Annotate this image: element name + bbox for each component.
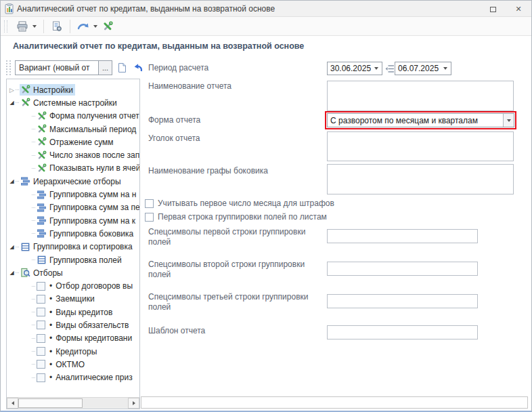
tree-connector [32, 377, 35, 378]
special-chars-1-input[interactable] [327, 229, 478, 243]
settings-tree: ▷Настройки◢Системные настройкиФорма полу… [7, 83, 139, 396]
tree-item[interactable]: •Виды кредитов [7, 306, 139, 318]
scroll-left-button[interactable] [7, 398, 18, 409]
period-to-dropdown[interactable]: 06.07.2025 [395, 62, 451, 75]
tree-item-label: Группировка сумм за пе [49, 203, 139, 212]
tree-item[interactable]: Группировка боковика [7, 227, 139, 240]
period-list-icon[interactable] [385, 64, 395, 73]
bullet-icon: • [49, 281, 52, 291]
checkbox-icon[interactable] [37, 334, 45, 343]
tree-item[interactable]: Группировка полей [7, 253, 139, 266]
expander-collapsed-icon[interactable]: ▷ [8, 87, 16, 94]
drag-grip-icon[interactable] [6, 60, 11, 75]
settings-icon [37, 163, 47, 173]
first-day-checkbox[interactable] [145, 199, 154, 208]
settings-icon [37, 111, 47, 121]
maximize-button[interactable] [485, 3, 500, 15]
report-corner-textarea[interactable] [327, 131, 514, 161]
tree-connector [32, 220, 35, 221]
tree-connector [32, 312, 35, 312]
checkbox-icon[interactable] [37, 321, 45, 329]
report-form-dropdown[interactable]: С разворотом по месяцам и кварталам [327, 113, 514, 127]
tree-horizontal-scrollbar[interactable] [7, 397, 139, 409]
tree-item[interactable]: •Формы кредитовани [7, 332, 139, 345]
variant-browse-button[interactable]: ... [99, 60, 112, 75]
tree-item[interactable]: Группировка сумм на н [7, 188, 139, 201]
scrollbar-thumb[interactable] [18, 398, 83, 408]
checkbox-icon[interactable] [37, 282, 45, 291]
print-dropdown-button[interactable] [30, 18, 39, 35]
report-settings-button[interactable] [49, 18, 65, 35]
tree-item[interactable]: ◢Группировка и сортировка [7, 241, 139, 253]
expander-expanded-icon[interactable]: ◢ [8, 100, 16, 106]
checkbox-icon[interactable] [37, 360, 45, 369]
tree-item[interactable]: ◢Иерархические отборы [7, 175, 139, 188]
tree-connector [32, 142, 35, 142]
checkbox-icon[interactable] [37, 373, 45, 382]
checkbox-icon[interactable] [37, 308, 45, 316]
special-chars-2-input[interactable] [327, 262, 478, 276]
tree-item[interactable]: Отражение сумм [7, 136, 139, 148]
tree-connector [16, 181, 19, 182]
tree-item[interactable]: Показывать нули в ячей [7, 162, 139, 175]
tree-item[interactable]: Число знаков после зап [7, 148, 139, 161]
page-title: Аналитический отчет по кредитам, выданны… [13, 41, 304, 51]
tree-item-label: Форма получения отчет [49, 111, 139, 121]
field-label-special-2: Спецсимволы второй строки группировки по… [148, 260, 317, 280]
chevron-down-icon [507, 119, 511, 122]
period-from-dropdown[interactable]: 30.06.2025 [327, 62, 382, 75]
tree-connector [32, 364, 35, 365]
tree-item[interactable]: •Кредиторы [7, 345, 139, 358]
service-button[interactable] [75, 18, 91, 35]
tree-item[interactable]: Форма получения отчет [7, 110, 139, 123]
new-variant-button[interactable] [115, 61, 129, 75]
tree-item[interactable]: ◢Отборы [7, 266, 139, 279]
field-label-report-corner: Уголок отчета [148, 133, 200, 144]
scroll-right-button[interactable] [128, 398, 139, 409]
undo-variant-button[interactable] [131, 61, 145, 75]
tree-item[interactable]: ◢Системные настройки [7, 96, 139, 109]
tree-item-label: ОКТМО [56, 360, 85, 369]
tree-item-label: Максимальный период [49, 125, 136, 134]
expander-expanded-icon[interactable]: ◢ [8, 270, 16, 276]
tree-item[interactable]: •Заемщики [7, 293, 139, 306]
tree-item[interactable]: Группировка сумм на к [7, 214, 139, 227]
first-row-checkbox[interactable] [145, 213, 154, 222]
tree-connector [32, 233, 35, 234]
tree-item[interactable]: •Аналитические приз [7, 371, 139, 384]
tree-item-label: Виды кредитов [56, 308, 112, 317]
printer-icon [16, 21, 28, 32]
tree-item[interactable]: •Отбор договоров вы [7, 279, 139, 292]
tree-item[interactable]: •ОКТМО [7, 358, 139, 371]
checkbox-icon[interactable] [37, 295, 45, 304]
close-button[interactable]: ✕ [511, 3, 526, 15]
tree-connector [16, 89, 19, 90]
report-icon [4, 3, 15, 14]
tools-button[interactable] [99, 18, 116, 35]
filter-icon [20, 268, 30, 278]
tree-connector [32, 325, 35, 325]
expander-expanded-icon[interactable]: ◢ [8, 178, 16, 184]
bottom-field-input[interactable] [141, 396, 528, 409]
chevron-down-icon [93, 25, 97, 28]
print-button[interactable] [14, 18, 30, 35]
tree-item-label: Заемщики [56, 294, 94, 304]
expander-expanded-icon[interactable]: ◢ [8, 244, 16, 250]
report-name-textarea[interactable] [327, 81, 514, 111]
tree-item-label: Группировка боковика [49, 229, 133, 239]
sidebar-column-textarea[interactable] [327, 164, 514, 194]
tree-item[interactable]: ▷Настройки [7, 83, 139, 96]
tree-item[interactable]: Максимальный период [7, 123, 139, 136]
toolbar-grip[interactable] [4, 20, 7, 33]
tree-item-label: Иерархические отборы [33, 177, 121, 186]
variant-input[interactable]: Вариант (новый от [15, 60, 99, 75]
special-chars-3-input[interactable] [327, 294, 478, 308]
tree-item[interactable]: Группировка сумм за пе [7, 201, 139, 214]
tree-item-label: Группировка сумм на н [49, 190, 136, 199]
tree-connector [32, 194, 35, 195]
checkbox-icon[interactable] [37, 347, 45, 356]
report-form-value: С разворотом по месяцам и кварталам [328, 116, 503, 125]
tree-item[interactable]: •Виды обязательств [7, 318, 139, 331]
service-dropdown-button[interactable] [91, 18, 99, 35]
report-template-input[interactable] [327, 325, 478, 339]
